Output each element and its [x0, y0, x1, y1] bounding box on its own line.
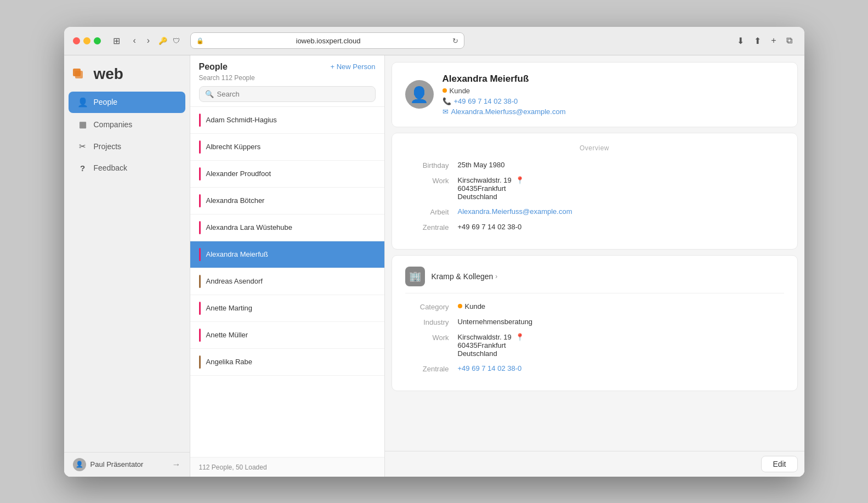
minimize-button[interactable]	[83, 37, 90, 44]
detail-wrapper: 👤 Alexandra Meierfuß Kunde 📞	[385, 55, 804, 477]
person-name: Alexander Proudfoot	[206, 169, 271, 178]
person-item[interactable]: Adam Schmidt-Hagius	[190, 107, 384, 134]
user-info: 👤 Paul Präsentator	[73, 458, 144, 471]
feedback-icon: ?	[77, 163, 88, 173]
list-header-top: People + New Person	[199, 62, 376, 72]
company-work-row: Work Kirschwaldstr. 19 📍 60435Frankfurt …	[405, 333, 784, 358]
download-button[interactable]: ⬇	[734, 33, 747, 48]
email-link[interactable]: Alexandra.Meierfuss@example.com	[451, 108, 566, 116]
svg-rect-1	[75, 71, 83, 78]
company-industry-label: Industry	[405, 318, 449, 326]
phone-link[interactable]: +49 69 7 14 02 38-0	[454, 97, 518, 105]
reload-button[interactable]: ↻	[452, 37, 458, 45]
logout-icon[interactable]: →	[172, 460, 181, 470]
company-icon-box: 🏢	[405, 267, 425, 286]
forward-button[interactable]: ›	[144, 33, 153, 48]
fullscreen-button[interactable]	[94, 37, 101, 44]
company-zentrale-row: Zentrale +49 69 7 14 02 38-0	[405, 364, 784, 373]
new-tab-button[interactable]: +	[768, 33, 779, 48]
people-icon: 👤	[77, 97, 88, 108]
person-item[interactable]: Albrecht Küppers	[190, 134, 384, 161]
new-person-button[interactable]: + New Person	[330, 63, 375, 71]
list-header: People + New Person Search 112 People 🔍	[190, 55, 384, 107]
address-bar[interactable]: 🔒 ioweb.iosxpert.cloud ↻	[190, 32, 464, 49]
work-line2: 60435Frankfurt	[458, 184, 506, 193]
person-bar	[199, 167, 201, 180]
close-button[interactable]	[73, 37, 80, 44]
person-item[interactable]: Alexandra Meierfuß	[190, 241, 384, 268]
browser-actions: ⬇ ⬆ + ⧉	[734, 33, 795, 48]
avatar-person-icon: 👤	[410, 86, 429, 104]
contact-avatar: 👤	[405, 80, 434, 109]
person-name: Alexandra Bötcher	[206, 196, 265, 205]
sidebar-item-feedback[interactable]: ? Feedback	[69, 158, 185, 178]
person-item[interactable]: Anette Marting	[190, 295, 384, 322]
company-category-dot	[458, 304, 462, 308]
user-avatar: 👤	[73, 458, 86, 471]
company-work-line2: 60435Frankfurt	[458, 341, 506, 349]
company-name-link[interactable]: Kramp & Kollegen ›	[432, 272, 498, 281]
person-name: Alexandra Meierfuß	[206, 250, 268, 258]
contact-tag: Kunde	[442, 87, 566, 95]
person-item[interactable]: Anette Müller	[190, 322, 384, 349]
person-item[interactable]: Angelika Rabe	[190, 349, 384, 376]
company-building-icon: 🏢	[409, 270, 421, 282]
company-category-label: Category	[405, 302, 449, 311]
security-icons: 🔑 🛡	[157, 35, 181, 46]
company-industry-value: Unternehmensberatung	[458, 318, 784, 326]
url-text: ioweb.iosxpert.cloud	[207, 37, 449, 45]
work-address: Kirschwaldstr. 19 📍 60435Frankfurt Deuts…	[458, 176, 784, 201]
back-button[interactable]: ‹	[130, 33, 139, 48]
contact-phone[interactable]: 📞 +49 69 7 14 02 38-0	[442, 97, 566, 105]
list-footer-text: 112 People, 50 Loaded	[199, 464, 267, 471]
edit-button[interactable]: Edit	[761, 456, 797, 472]
browser-titlebar: ⊞ ‹ › 🔑 🛡 🔒 ioweb.iosxpert.cloud ↻ ⬇ ⬆ +…	[64, 27, 804, 55]
company-location-pin-icon: 📍	[515, 333, 524, 341]
person-item[interactable]: Alexander Proudfoot	[190, 161, 384, 188]
company-zentrale-label: Zentrale	[405, 364, 449, 373]
search-icon: 🔍	[205, 90, 214, 98]
birthday-value: 25th May 1980	[458, 161, 784, 169]
birthday-label: Birthday	[405, 161, 449, 169]
overview-card: Overview Birthday 25th May 1980 Work Kir…	[392, 133, 798, 250]
company-zentrale-link[interactable]: +49 69 7 14 02 38-0	[458, 364, 522, 372]
person-bar	[199, 302, 201, 315]
contact-card: 👤 Alexandra Meierfuß Kunde 📞	[392, 62, 798, 127]
sidebar-toggle-button[interactable]: ⊞	[110, 33, 123, 48]
companies-icon: ▦	[77, 120, 88, 129]
logo-icon	[73, 64, 93, 84]
person-item[interactable]: Andreas Asendorf	[190, 268, 384, 295]
sidebar-header: web	[64, 55, 190, 88]
company-category-text: Kunde	[465, 302, 486, 310]
user-name: Paul Präsentator	[90, 460, 144, 468]
company-work-address: Kirschwaldstr. 19 📍 60435Frankfurt Deuts…	[458, 333, 784, 358]
people-list: Adam Schmidt-HagiusAlbrecht KüppersAlexa…	[190, 107, 384, 457]
person-item[interactable]: Alexandra Bötcher	[190, 188, 384, 214]
company-name: Kramp & Kollegen	[432, 272, 493, 281]
person-bar	[199, 355, 201, 369]
contact-email[interactable]: ✉ Alexandra.Meierfuss@example.com	[442, 108, 566, 116]
person-name: Anette Müller	[206, 331, 248, 339]
tabs-button[interactable]: ⧉	[783, 33, 796, 48]
list-count: Search 112 People	[199, 74, 376, 82]
work-line1: Kirschwaldstr. 19	[458, 176, 512, 184]
person-bar	[199, 140, 201, 154]
company-row: 🏢 Kramp & Kollegen ›	[405, 267, 784, 293]
list-title: People	[199, 62, 228, 72]
person-item[interactable]: Alexandra Lara Wüstehube	[190, 214, 384, 241]
work-row: Work Kirschwaldstr. 19 📍 60435Frankfurt …	[405, 176, 784, 201]
sidebar-item-projects[interactable]: ✂ Projects	[69, 136, 185, 157]
person-bar	[199, 329, 201, 342]
work-label: Work	[405, 176, 449, 185]
sidebar-item-people[interactable]: 👤 People	[69, 92, 185, 113]
phone-icon: 📞	[442, 97, 451, 105]
shield-icon: 🛡	[171, 35, 181, 46]
person-bar	[199, 194, 201, 207]
sidebar-item-companies[interactable]: ▦ Companies	[69, 114, 185, 135]
traffic-lights	[73, 37, 101, 44]
arbeit-email-link[interactable]: Alexandra.Meierfuss@example.com	[458, 207, 572, 216]
search-input[interactable]	[217, 90, 370, 98]
zentrale-row: Zentrale +49 69 7 14 02 38-0	[405, 223, 784, 231]
person-name: Alexandra Lara Wüstehube	[206, 223, 293, 231]
share-button[interactable]: ⬆	[751, 33, 764, 48]
